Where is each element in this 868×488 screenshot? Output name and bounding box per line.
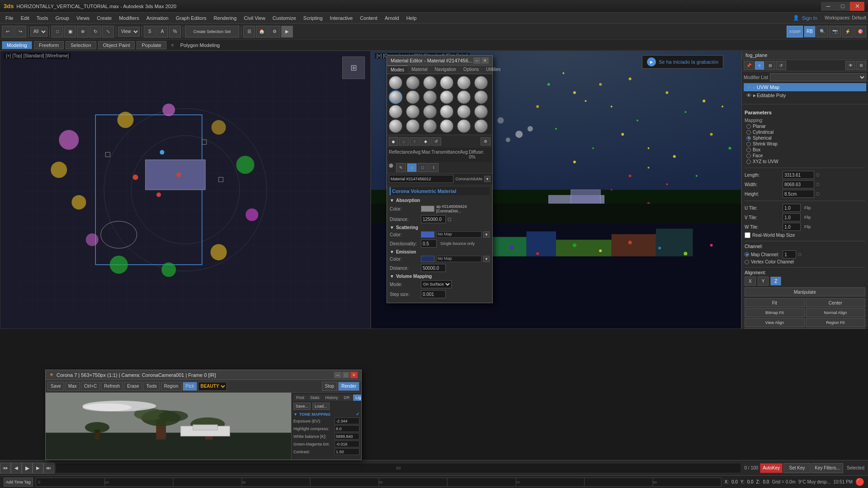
map-channel-radio[interactable] — [745, 252, 749, 257]
mat-sphere-1[interactable] — [389, 76, 402, 89]
corona-beauty-select[interactable]: BEAUTY — [198, 382, 227, 391]
vertex-color-row[interactable]: Vertex Color Channel — [745, 259, 865, 264]
select-object-button[interactable]: □ — [52, 26, 63, 38]
corona-minimize-btn[interactable]: ─ — [334, 372, 341, 378]
menu-interactive[interactable]: Interactive — [326, 14, 357, 22]
menu-animation[interactable]: Animation — [143, 14, 172, 22]
select-move-button[interactable]: ⊕ — [77, 26, 89, 38]
timeline-back-btn[interactable]: ◀ — [11, 463, 22, 474]
utile-input[interactable] — [783, 204, 801, 212]
corona-render-btn[interactable]: Render — [338, 382, 359, 391]
mat-sphere-24[interactable] — [474, 119, 488, 133]
emission-distance-input[interactable] — [421, 264, 446, 272]
mat-sphere-9[interactable] — [423, 90, 437, 104]
modifier-dropdown[interactable] — [770, 73, 866, 81]
volume-expand-icon[interactable]: ▼ — [390, 274, 394, 279]
post-load-btn[interactable]: Load... — [312, 403, 330, 410]
key-filters-btn[interactable]: Key Filters... — [811, 463, 843, 473]
height-input[interactable] — [783, 190, 814, 198]
minimize-button[interactable]: ─ — [821, 2, 835, 11]
box-radio[interactable] — [746, 148, 751, 152]
directionality-input[interactable] — [421, 239, 437, 248]
fit-btn[interactable]: Fit — [745, 298, 805, 307]
corona-region-btn[interactable]: Region — [161, 382, 182, 391]
menu-customize[interactable]: Customize — [269, 14, 300, 22]
history-btn[interactable]: ↺ — [776, 61, 786, 70]
corona-stop-btn[interactable]: Stop — [322, 382, 338, 391]
scattering-color-swatch[interactable] — [421, 231, 434, 238]
xyz-uvw-radio[interactable] — [746, 160, 751, 164]
mat-tab-utilities[interactable]: Utilities — [482, 66, 504, 74]
render-button[interactable]: ▶ — [281, 26, 293, 38]
map-channel-spinner[interactable]: ⬡ — [798, 252, 802, 257]
absorption-color-swatch[interactable] — [421, 206, 434, 212]
menu-graph-editors[interactable]: Graph Editors — [172, 14, 210, 22]
mat-sphere-15[interactable] — [423, 105, 437, 118]
modifier-stack-btn[interactable]: ≡ — [755, 61, 764, 70]
toolbar-icon-1[interactable]: 🔍 — [816, 26, 828, 38]
material-editor-title[interactable]: Material Editor - Material #2147456... ─… — [387, 56, 492, 66]
select-region-button[interactable]: ▣ — [64, 26, 76, 38]
mat-tab-modes[interactable]: Modes — [387, 66, 408, 74]
highlight-compress-input[interactable] — [335, 425, 359, 432]
toolbar-icon-4[interactable]: 🎯 — [854, 26, 866, 38]
settings-btn[interactable]: ⚙ — [856, 61, 866, 70]
center-btn[interactable]: Center — [806, 298, 866, 307]
green-magenta-input[interactable] — [335, 441, 359, 447]
mat-close-btn[interactable]: ✕ — [481, 57, 489, 64]
corona-post-tab[interactable]: Post — [293, 394, 307, 401]
shrink-wrap-radio[interactable] — [746, 142, 751, 146]
mat-put-material-btn[interactable]: ↑ — [410, 137, 420, 145]
mat-sphere-17[interactable] — [457, 105, 471, 118]
wtile-input[interactable] — [783, 223, 801, 231]
cylindrical-radio[interactable] — [746, 130, 751, 135]
mat-sphere-23[interactable] — [457, 119, 471, 133]
create-selection-button[interactable]: Create Selection Set — [185, 26, 239, 38]
height-spinner[interactable]: ⬡ — [816, 192, 820, 196]
modifier-editable-poly[interactable]: 👁 ▶ Editable Poly — [744, 91, 866, 99]
mat-cylinder-view-btn[interactable]: ⌇ — [429, 163, 439, 172]
material-type-btn[interactable]: ▼ — [484, 176, 491, 182]
snap-toggle-button[interactable]: S — [144, 26, 156, 38]
scattering-map-btn[interactable]: ▼ — [483, 231, 490, 238]
mat-sphere-2[interactable] — [406, 76, 420, 89]
pin-btn[interactable]: 📌 — [744, 61, 754, 70]
mat-sphere-3[interactable] — [423, 76, 437, 89]
bitmap-fit-btn[interactable]: Bitmap Fit — [745, 308, 805, 317]
real-world-checkbox[interactable] — [745, 232, 750, 238]
width-input[interactable] — [783, 180, 814, 188]
scene-button[interactable]: 🏠 — [256, 26, 268, 38]
rotate-button[interactable]: ↻ — [90, 26, 101, 38]
mat-sphere-4[interactable] — [440, 76, 453, 89]
mat-reset-btn[interactable]: ↺ — [431, 137, 441, 145]
timeline-mini[interactable]: 0 10 30 50 70 90 — [36, 478, 722, 487]
corona-window-title[interactable]: ☀ Corona 7 | 563×750px (1:1) | Camera: C… — [46, 370, 361, 380]
mat-minimize-btn[interactable]: ─ — [473, 57, 481, 64]
volume-mode-select[interactable]: On Surface — [421, 280, 452, 288]
emission-expand-icon[interactable]: ▼ — [390, 249, 394, 254]
viewport-top[interactable]: [+] [Top] [Standard] [Wireframe] — [0, 51, 371, 329]
map-channel-row[interactable]: Map Channel: ⬡ — [745, 250, 865, 258]
mapping-shrink-wrap[interactable]: Shrink Wrap — [746, 141, 865, 146]
mat-sphere-12[interactable] — [474, 90, 488, 104]
corona-close-btn[interactable]: ✕ — [350, 372, 358, 378]
mat-sphere-6[interactable] — [474, 76, 488, 89]
mat-sphere-18[interactable] — [474, 105, 488, 118]
z-align-btn[interactable]: Z — [770, 277, 781, 286]
corona-stats-tab[interactable]: Stats — [307, 394, 322, 401]
menu-create[interactable]: Create — [93, 14, 115, 22]
menu-scripting[interactable]: Scripting — [300, 14, 326, 22]
corona-ctrl-c-btn[interactable]: Ctrl+C — [81, 382, 100, 391]
corona-tools-btn[interactable]: Tools — [143, 382, 160, 391]
menu-civil-view[interactable]: Civil View — [240, 14, 269, 22]
mat-sphere-11[interactable] — [457, 90, 471, 104]
mapping-planar[interactable]: Planar — [746, 124, 865, 129]
step-size-input[interactable] — [421, 290, 446, 298]
redo-button[interactable]: ↪ — [14, 26, 26, 38]
absorption-expand-icon[interactable]: ▼ — [390, 198, 394, 203]
set-key-btn[interactable]: Set Key — [783, 463, 811, 473]
undo-button[interactable]: ↩ — [2, 26, 14, 38]
mode-modeling[interactable]: Modeling — [2, 41, 32, 49]
render-setup-button[interactable]: ⚙ — [269, 26, 280, 38]
vertex-color-radio[interactable] — [745, 260, 749, 264]
